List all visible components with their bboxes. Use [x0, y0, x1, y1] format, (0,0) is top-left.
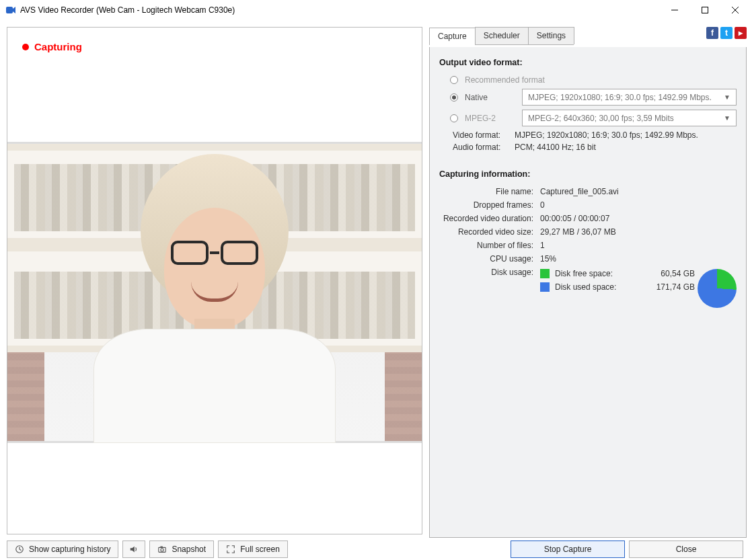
chevron-down-icon: ▼ — [724, 93, 730, 101]
title-bar: AVS Video Recorder (Web Cam - Logitech W… — [0, 0, 750, 20]
size-label: Recorded video size: — [439, 227, 540, 237]
svg-rect-2 — [702, 7, 708, 13]
fullscreen-icon — [226, 545, 235, 554]
preview-canvas: Capturing — [7, 27, 422, 534]
speaker-icon — [129, 545, 139, 554]
side-tabs: Capture Scheduler Settings — [429, 27, 574, 45]
cpu-label: CPU usage: — [439, 254, 540, 264]
camera-icon — [157, 545, 167, 554]
dropped-frames-value: 0 — [540, 200, 737, 210]
duration-label: Recorded video duration: — [439, 214, 540, 223]
bottom-toolbar: Show capturing history Snapshot Full scr… — [0, 538, 750, 560]
stop-capture-button[interactable]: Stop Capture — [511, 541, 625, 558]
file-name-label: File name: — [439, 187, 540, 196]
close-label: Close — [676, 545, 697, 554]
legend-free-swatch — [540, 269, 550, 278]
file-name-value: Captured_file_005.avi — [540, 187, 737, 196]
minimize-button[interactable] — [659, 0, 689, 20]
radio-native[interactable] — [450, 93, 458, 102]
output-format-heading: Output video format: — [439, 58, 737, 67]
window-controls — [659, 0, 750, 20]
files-label: Number of files: — [439, 241, 540, 250]
mpeg2-format-select[interactable]: MPEG-2; 640x360; 30,00 fps; 3,59 Mbits ▼ — [522, 110, 737, 126]
fullscreen-button[interactable]: Full screen — [218, 541, 288, 558]
twitter-icon[interactable]: t — [720, 27, 733, 39]
maximize-button[interactable] — [689, 0, 720, 20]
stop-capture-label: Stop Capture — [544, 545, 592, 554]
radio-native-label: Native — [465, 93, 515, 102]
show-history-label: Show capturing history — [29, 545, 110, 554]
cpu-value: 15% — [540, 254, 737, 264]
dropped-frames-label: Dropped frames: — [439, 200, 540, 210]
close-button[interactable]: Close — [629, 541, 743, 558]
video-format-value: MJPEG; 1920x1080; 16:9; 30.0 fps; 1492.9… — [515, 130, 698, 140]
radio-mpeg2[interactable] — [450, 114, 458, 122]
audio-format-label: Audio format: — [453, 143, 515, 152]
native-format-value: MJPEG; 1920x1080; 16:9; 30.0 fps; 1492.9… — [528, 93, 712, 102]
fullscreen-label: Full screen — [240, 545, 280, 554]
native-format-select[interactable]: MJPEG; 1920x1080; 16:9; 30.0 fps; 1492.9… — [522, 89, 737, 106]
size-value: 29,27 MB / 36,07 MB — [540, 227, 737, 237]
mpeg2-format-value: MPEG-2; 640x360; 30,00 fps; 3,59 Mbits — [528, 114, 674, 123]
snapshot-button[interactable]: Snapshot — [149, 541, 214, 558]
snapshot-label: Snapshot — [172, 545, 206, 554]
capturing-label: Capturing — [34, 41, 82, 52]
duration-value: 00:00:05 / 00:00:07 — [540, 214, 737, 223]
disk-usage-label: Disk usage: — [439, 268, 540, 308]
youtube-icon[interactable]: ▸ — [735, 27, 747, 39]
capture-panel: Output video format: Recommended format … — [429, 47, 747, 538]
capturing-info-heading: Capturing information: — [439, 169, 737, 179]
svg-point-7 — [161, 548, 163, 551]
audio-button[interactable] — [122, 541, 145, 558]
disk-used-value: 171,74 GB — [641, 282, 695, 292]
show-history-button[interactable]: Show capturing history — [7, 541, 118, 558]
tab-scheduler[interactable]: Scheduler — [475, 27, 529, 44]
svg-rect-8 — [161, 546, 163, 547]
webcam-subject — [73, 228, 356, 443]
window-title: AVS Video Recorder (Web Cam - Logitech W… — [20, 5, 235, 15]
legend-used-swatch — [540, 282, 550, 292]
chevron-down-icon: ▼ — [724, 114, 730, 122]
record-dot-icon — [22, 44, 29, 50]
radio-recommended[interactable] — [450, 76, 458, 84]
files-value: 1 — [540, 241, 737, 250]
disk-free-label: Disk free space: — [555, 269, 636, 278]
preview-pane: Capturing — [7, 27, 422, 538]
tab-capture[interactable]: Capture — [429, 28, 476, 45]
app-icon — [5, 5, 16, 15]
clock-icon — [15, 545, 24, 554]
facebook-icon[interactable]: f — [706, 27, 718, 39]
capturing-indicator: Capturing — [22, 41, 82, 52]
video-format-label: Video format: — [453, 130, 515, 140]
disk-free-value: 60,54 GB — [641, 269, 695, 278]
radio-mpeg2-label: MPEG-2 — [465, 114, 515, 123]
close-window-button[interactable] — [720, 0, 750, 20]
radio-recommended-label: Recommended format — [465, 75, 545, 85]
disk-used-label: Disk used space: — [555, 282, 636, 292]
audio-format-value: PCM; 44100 Hz; 16 bit — [515, 143, 596, 152]
tab-settings[interactable]: Settings — [528, 27, 574, 44]
disk-pie-chart — [698, 269, 737, 308]
svg-rect-0 — [6, 7, 13, 13]
